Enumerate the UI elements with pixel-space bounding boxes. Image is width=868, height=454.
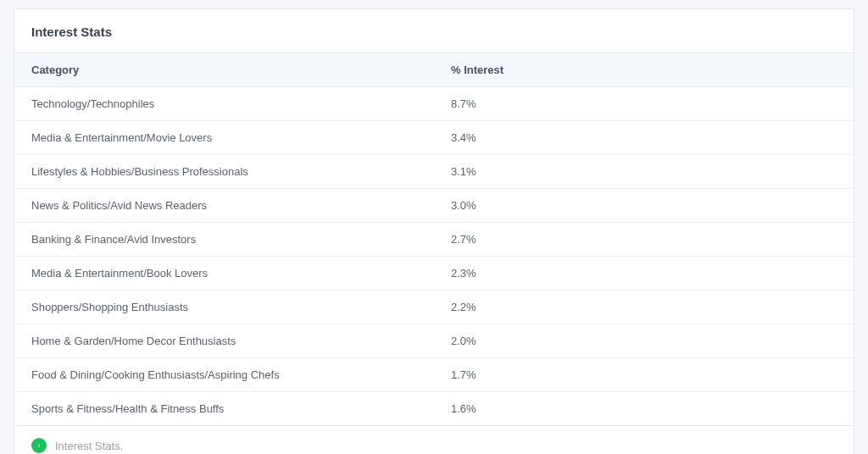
cell-category: Lifestyles & Hobbies/Business Profession… (14, 155, 434, 189)
cell-interest: 8.7% (434, 87, 854, 121)
cell-interest: 2.7% (434, 223, 854, 257)
cell-category: Media & Entertainment/Movie Lovers (14, 121, 434, 155)
cell-interest: 2.0% (434, 324, 854, 358)
table-row: Media & Entertainment/Book Lovers 2.3% (14, 257, 854, 291)
cell-interest: 3.1% (434, 155, 854, 189)
cell-interest: 2.2% (434, 291, 854, 324)
cell-category: Banking & Finance/Avid Investors (14, 223, 434, 257)
cell-category: Sports & Fitness/Health & Fitness Buffs (14, 392, 434, 426)
cell-category: News & Politics/Avid News Readers (14, 189, 434, 223)
table-row: News & Politics/Avid News Readers 3.0% (14, 189, 854, 223)
cell-interest: 3.4% (434, 121, 854, 155)
table-row: Shoppers/Shopping Enthusiasts 2.2% (14, 291, 854, 324)
cell-interest: 2.3% (434, 257, 854, 291)
card-title: Interest Stats (31, 25, 837, 39)
cell-category: Home & Garden/Home Decor Enthusiasts (14, 324, 434, 358)
table-row: Sports & Fitness/Health & Fitness Buffs … (14, 392, 854, 426)
cell-category: Technology/Technophiles (14, 87, 434, 121)
table-row: Media & Entertainment/Movie Lovers 3.4% (14, 121, 854, 155)
table-row: Home & Garden/Home Decor Enthusiasts 2.0… (14, 324, 854, 358)
cell-interest: 1.6% (434, 392, 854, 426)
header-category: Category (14, 53, 434, 87)
table-row: Banking & Finance/Avid Investors 2.7% (14, 223, 854, 257)
cell-category: Food & Dining/Cooking Enthusiasts/Aspiri… (14, 358, 434, 392)
header-interest: % Interest (434, 53, 854, 87)
table-row: Technology/Technophiles 8.7% (14, 87, 854, 121)
cell-interest: 3.0% (434, 189, 854, 223)
cell-category: Media & Entertainment/Book Lovers (14, 257, 434, 291)
table-row: Lifestyles & Hobbies/Business Profession… (14, 155, 854, 189)
interest-stats-card: Interest Stats Category % Interest Techn… (14, 8, 854, 454)
table-header-row: Category % Interest (14, 53, 854, 87)
table-body: Technology/Technophiles 8.7% Media & Ent… (14, 87, 854, 426)
interest-stats-table: Category % Interest Technology/Technophi… (14, 53, 854, 426)
table-row: Food & Dining/Cooking Enthusiasts/Aspiri… (14, 358, 854, 392)
info-icon (31, 438, 47, 453)
footer-text: Interest Stats. (55, 440, 123, 452)
card-header: Interest Stats (14, 9, 854, 53)
card-footer: Interest Stats. (14, 426, 854, 454)
cell-category: Shoppers/Shopping Enthusiasts (14, 291, 434, 324)
cell-interest: 1.7% (434, 358, 854, 392)
